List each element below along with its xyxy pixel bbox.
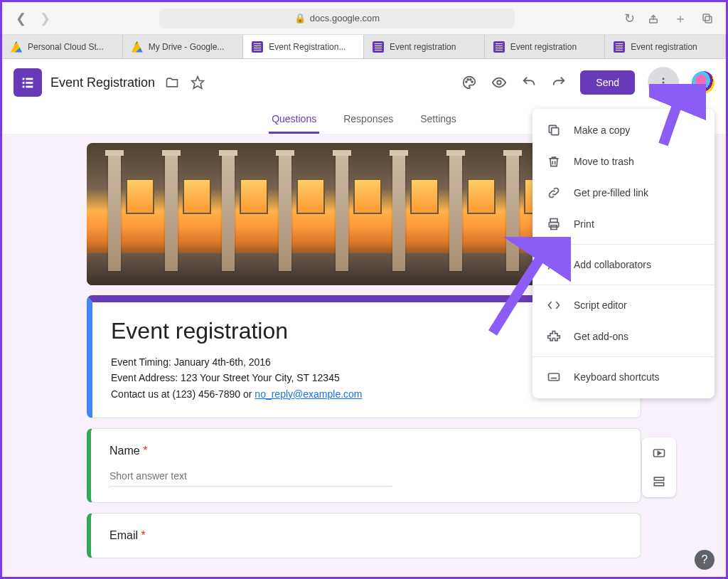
svg-rect-5 bbox=[23, 82, 25, 84]
browser-tab[interactable]: Personal Cloud St... bbox=[2, 35, 123, 58]
svg-rect-22 bbox=[552, 128, 559, 135]
code-icon bbox=[547, 298, 561, 312]
tab-settings[interactable]: Settings bbox=[417, 106, 459, 134]
account-avatar[interactable] bbox=[692, 71, 714, 94]
print-icon bbox=[547, 217, 561, 231]
browser-tab[interactable]: My Drive - Google... bbox=[123, 35, 244, 58]
forward-button[interactable]: ❯ bbox=[36, 10, 53, 27]
browser-tab[interactable]: Event Registration... bbox=[243, 35, 364, 58]
browser-tab[interactable]: Event registration bbox=[485, 35, 606, 58]
menu-script-editor[interactable]: Script editor bbox=[532, 290, 714, 321]
drive-icon bbox=[11, 41, 22, 53]
svg-point-17 bbox=[663, 85, 665, 87]
doc-title[interactable]: Event Registration bbox=[50, 75, 155, 90]
menu-separator bbox=[532, 244, 714, 245]
question-label: Email * bbox=[109, 529, 622, 542]
forms-icon bbox=[252, 41, 263, 53]
svg-point-26 bbox=[550, 260, 554, 264]
redo-icon[interactable] bbox=[550, 74, 567, 91]
required-asterisk: * bbox=[141, 529, 145, 541]
menu-separator bbox=[532, 285, 714, 285]
lock-icon: 🔒 bbox=[294, 13, 306, 23]
collaborators-icon bbox=[547, 257, 561, 272]
svg-point-11 bbox=[468, 79, 469, 80]
svg-rect-20 bbox=[654, 477, 663, 480]
svg-rect-4 bbox=[26, 78, 33, 80]
help-button[interactable]: ? bbox=[695, 550, 714, 570]
svg-rect-27 bbox=[549, 373, 560, 381]
svg-rect-8 bbox=[26, 86, 33, 88]
add-video-icon[interactable] bbox=[646, 442, 672, 464]
svg-point-10 bbox=[466, 81, 467, 83]
forms-icon bbox=[493, 41, 505, 53]
menu-get-addons[interactable]: Get add-ons bbox=[532, 321, 714, 352]
svg-rect-21 bbox=[654, 483, 663, 486]
browser-toolbar: ❮ ❯ 🔒 docs.google.com ↻ ＋ bbox=[2, 2, 726, 35]
trash-icon bbox=[547, 154, 561, 169]
drive-icon bbox=[132, 41, 143, 53]
share-icon[interactable] bbox=[645, 10, 662, 27]
svg-point-14 bbox=[498, 80, 502, 85]
more-options-button[interactable] bbox=[648, 67, 679, 98]
folder-icon[interactable] bbox=[164, 74, 181, 91]
required-asterisk: * bbox=[143, 445, 147, 457]
tabs-overview-icon[interactable] bbox=[699, 10, 716, 27]
browser-tab[interactable]: Event registration bbox=[364, 35, 485, 58]
forms-icon bbox=[614, 41, 625, 53]
question-card[interactable]: Email * bbox=[87, 513, 641, 558]
svg-marker-9 bbox=[192, 77, 204, 89]
more-options-menu: Make a copy Move to trash Get pre-filled… bbox=[532, 109, 714, 398]
send-button[interactable]: Send bbox=[580, 70, 635, 95]
new-tab-icon[interactable]: ＋ bbox=[672, 10, 689, 27]
menu-add-collaborators[interactable]: Add collaborators bbox=[532, 249, 714, 280]
link-icon bbox=[547, 186, 561, 200]
svg-rect-2 bbox=[705, 16, 712, 23]
forms-icon bbox=[373, 41, 384, 53]
tab-responses[interactable]: Responses bbox=[341, 106, 396, 134]
reload-button[interactable]: ↻ bbox=[621, 10, 638, 27]
undo-icon[interactable] bbox=[520, 74, 537, 91]
palette-icon[interactable] bbox=[461, 74, 478, 91]
svg-rect-1 bbox=[703, 14, 710, 21]
short-answer-input[interactable]: Short answer text bbox=[109, 470, 392, 487]
contact-email-link[interactable]: no_reply@example.com bbox=[255, 388, 362, 400]
svg-point-15 bbox=[663, 78, 665, 80]
menu-separator bbox=[532, 356, 714, 357]
menu-make-copy[interactable]: Make a copy bbox=[532, 115, 714, 146]
menu-keyboard-shortcuts[interactable]: Keyboard shortcuts bbox=[532, 361, 714, 393]
question-card[interactable]: Name * Short answer text bbox=[87, 428, 641, 503]
back-button[interactable]: ❮ bbox=[12, 10, 29, 27]
svg-point-13 bbox=[472, 81, 473, 83]
url-bar[interactable]: 🔒 docs.google.com bbox=[159, 9, 515, 28]
question-side-toolbar bbox=[642, 437, 676, 497]
keyboard-icon bbox=[547, 370, 561, 384]
forms-logo[interactable] bbox=[14, 68, 42, 97]
url-host: docs.google.com bbox=[310, 13, 380, 23]
addon-icon bbox=[547, 329, 561, 344]
svg-point-16 bbox=[663, 82, 665, 84]
preview-icon[interactable] bbox=[491, 74, 508, 91]
menu-move-trash[interactable]: Move to trash bbox=[532, 146, 714, 177]
tab-questions[interactable]: Questions bbox=[269, 106, 319, 134]
browser-tab[interactable]: Event registration bbox=[605, 35, 726, 58]
menu-print[interactable]: Print bbox=[532, 208, 714, 240]
copy-icon bbox=[547, 123, 561, 137]
svg-marker-19 bbox=[658, 452, 660, 455]
add-section-icon[interactable] bbox=[646, 470, 672, 493]
svg-rect-6 bbox=[26, 82, 33, 84]
svg-rect-3 bbox=[23, 78, 25, 80]
app-header: Event Registration Send bbox=[2, 59, 726, 106]
svg-rect-7 bbox=[23, 86, 25, 88]
svg-point-12 bbox=[470, 79, 471, 80]
menu-prefill-link[interactable]: Get pre-filled link bbox=[532, 177, 714, 208]
browser-tab-strip: Personal Cloud St... My Drive - Google..… bbox=[2, 35, 726, 59]
star-icon[interactable] bbox=[189, 74, 206, 91]
question-label: Name * bbox=[109, 445, 622, 457]
